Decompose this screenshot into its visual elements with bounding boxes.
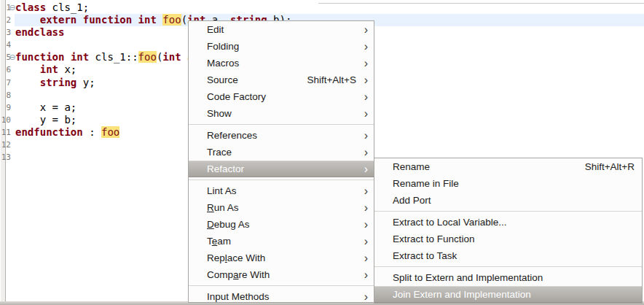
menu-item-label: Team — [207, 236, 231, 247]
occurrence-highlight: foo — [162, 14, 181, 26]
menu-item-trace[interactable]: Trace› — [189, 144, 374, 161]
code-token: function — [15, 51, 64, 63]
line-number: 12 — [0, 139, 12, 151]
code-line-1[interactable]: class cls_1; — [15, 1, 291, 14]
menu-item-lint-as[interactable]: Lint As› — [189, 182, 374, 199]
code-token: class — [15, 1, 46, 13]
code-token — [132, 14, 138, 26]
line-number: 2 — [0, 14, 12, 26]
menu-item-label: Show — [207, 108, 232, 119]
line-number: 6 — [0, 63, 12, 76]
submenu-arrow-icon: › — [358, 202, 368, 214]
code-token: y = b; — [15, 114, 76, 126]
menu-item-extract-to-local-variable[interactable]: Extract to Local Variable... — [374, 214, 642, 231]
menu-item-shortcut: Shift+Alt+S — [297, 74, 356, 85]
code-token: string — [40, 77, 77, 88]
submenu-arrow-icon: › — [358, 91, 368, 103]
menu-item-shortcut: Shift+Alt+R — [575, 161, 635, 172]
menu-item-label: Extract to Task — [393, 250, 457, 261]
menu-item-label: Extract to Local Variable... — [393, 217, 507, 228]
menu-item-add-port[interactable]: Add Port — [374, 192, 642, 209]
menu-item-extract-to-function[interactable]: Extract to Function — [374, 231, 642, 247]
menu-item-show[interactable]: Show› — [189, 105, 374, 122]
menu-item-label: Debug As — [207, 219, 250, 230]
menu-item-refactor[interactable]: Refactor› — [189, 161, 374, 177]
code-token: x = a; — [15, 101, 76, 113]
menu-item-label: Extract to Function — [393, 233, 475, 244]
window-edge-line — [318, 3, 644, 4]
menu-item-label: Source — [207, 74, 238, 85]
menu-item-label: Folding — [207, 41, 239, 52]
menu-separator — [189, 283, 374, 288]
menu-item-edit[interactable]: Edit› — [189, 21, 374, 38]
menu-item-label: Rename in File — [393, 178, 459, 189]
menu-item-replace-with[interactable]: Replace With› — [189, 250, 374, 266]
line-number: 7 — [0, 77, 12, 89]
menu-item-references[interactable]: References› — [189, 127, 374, 144]
menu-item-label: Macros — [207, 58, 239, 69]
menu-item-label: Join Extern and Implementation — [393, 289, 531, 300]
submenu-arrow-icon: › — [358, 147, 368, 158]
menu-item-source[interactable]: SourceShift+Alt+S› — [189, 72, 374, 88]
menu-item-label: Compare With — [207, 269, 270, 280]
menu-item-label: Code Factory — [207, 91, 266, 102]
submenu-arrow-icon: › — [358, 219, 368, 231]
code-token — [15, 63, 40, 75]
menu-item-input-methods[interactable]: Input Methods› — [189, 288, 374, 303]
code-token: int — [162, 51, 181, 63]
submenu-arrow-icon: › — [358, 291, 368, 303]
ide-window: 12345678910111213 ⊖⊖ class cls_1; extern… — [0, 0, 644, 305]
context-menu: Edit›Folding›Macros›SourceShift+Alt+S›Co… — [188, 20, 374, 303]
line-number: 8 — [0, 89, 12, 101]
menu-item-label: Refactor — [207, 163, 244, 174]
submenu-arrow-icon: › — [358, 163, 368, 175]
menu-item-label: Trace — [207, 147, 232, 158]
menu-item-label: Replace With — [207, 252, 265, 263]
menu-separator — [189, 177, 374, 182]
menu-item-run-as[interactable]: Run As› — [189, 199, 374, 216]
code-token — [76, 14, 82, 26]
menu-item-compare-with[interactable]: Compare With› — [189, 266, 374, 283]
line-number: 4 — [0, 39, 12, 51]
menu-item-label: References — [207, 130, 257, 141]
menu-item-label: Split to Extern and Implementation — [393, 272, 543, 283]
menu-separator — [374, 264, 642, 269]
submenu-arrow-icon: › — [358, 236, 368, 247]
code-token — [15, 14, 40, 26]
submenu-arrow-icon: › — [358, 108, 368, 120]
menu-item-label: Run As — [207, 202, 239, 213]
submenu-arrow-icon: › — [358, 252, 368, 264]
code-token — [15, 77, 40, 88]
menu-item-label: Rename — [393, 161, 430, 172]
menu-item-join-extern-and-implementation[interactable]: Join Extern and Implementation — [374, 286, 642, 303]
code-token: int — [71, 51, 89, 63]
menu-item-rename-in-file[interactable]: Rename in File — [374, 175, 642, 192]
occurrence-highlight: foo — [101, 126, 119, 138]
code-token: int — [138, 14, 157, 26]
menu-item-label: Edit — [207, 24, 224, 35]
line-number: 13 — [0, 151, 12, 163]
menu-item-split-to-extern-and-implementation[interactable]: Split to Extern and Implementation — [374, 269, 642, 286]
submenu-arrow-icon: › — [358, 24, 368, 36]
code-token: : — [83, 126, 101, 138]
menu-item-label: Lint As — [207, 185, 237, 196]
line-number: 10 — [0, 114, 12, 126]
code-token: endclass — [15, 26, 64, 38]
menu-item-label: Input Methods — [207, 291, 270, 302]
menu-item-extract-to-task[interactable]: Extract to Task — [374, 247, 642, 264]
line-number: 3 — [0, 26, 12, 39]
submenu-arrow-icon: › — [358, 130, 368, 142]
code-token: int — [40, 63, 58, 75]
menu-item-debug-as[interactable]: Debug As› — [189, 216, 374, 233]
code-token: x; — [58, 63, 76, 75]
menu-separator — [374, 209, 642, 214]
menu-item-label: Add Port — [393, 195, 431, 206]
code-token: function — [83, 14, 132, 26]
menu-item-folding[interactable]: Folding› — [189, 38, 374, 55]
menu-item-macros[interactable]: Macros› — [189, 55, 374, 72]
menu-item-rename[interactable]: RenameShift+Alt+R — [374, 158, 642, 175]
menu-item-team[interactable]: Team› — [189, 233, 374, 250]
menu-item-code-factory[interactable]: Code Factory› — [189, 88, 374, 105]
code-token: extern — [40, 14, 77, 26]
line-number-ruler[interactable]: 12345678910111213 — [0, 1, 12, 163]
